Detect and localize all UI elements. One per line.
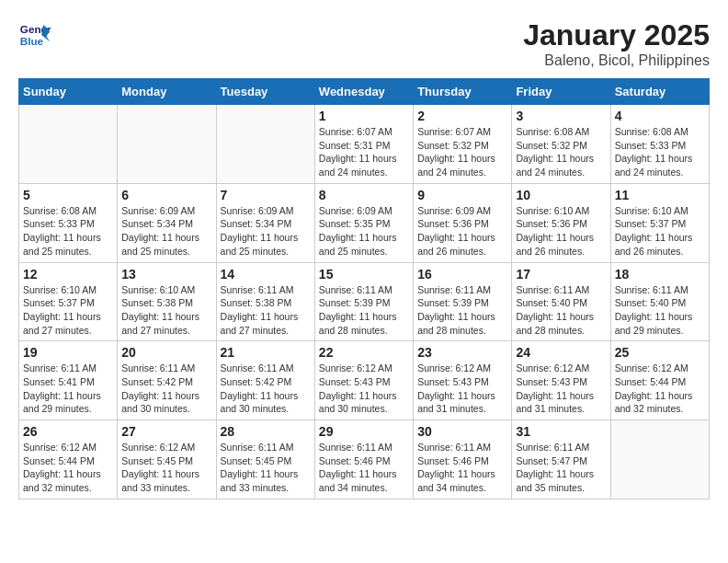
day-info: Sunrise: 6:09 AM Sunset: 5:36 PM Dayligh… xyxy=(417,204,507,259)
day-number: 31 xyxy=(516,424,606,439)
calendar-cell: 18Sunrise: 6:11 AM Sunset: 5:40 PM Dayli… xyxy=(610,262,709,341)
day-info: Sunrise: 6:10 AM Sunset: 5:36 PM Dayligh… xyxy=(516,204,606,259)
calendar-cell: 27Sunrise: 6:12 AM Sunset: 5:45 PM Dayli… xyxy=(118,420,216,500)
calendar-cell: 30Sunrise: 6:11 AM Sunset: 5:46 PM Dayli… xyxy=(414,420,512,500)
calendar-week-row: 12Sunrise: 6:10 AM Sunset: 5:37 PM Dayli… xyxy=(19,262,710,341)
day-number: 6 xyxy=(121,188,211,202)
day-info: Sunrise: 6:11 AM Sunset: 5:40 PM Dayligh… xyxy=(516,283,606,338)
day-number: 8 xyxy=(319,188,409,202)
calendar-cell: 13Sunrise: 6:10 AM Sunset: 5:38 PM Dayli… xyxy=(118,262,216,341)
day-info: Sunrise: 6:09 AM Sunset: 5:34 PM Dayligh… xyxy=(121,204,211,259)
day-number: 22 xyxy=(319,345,409,360)
calendar-cell: 21Sunrise: 6:11 AM Sunset: 5:42 PM Dayli… xyxy=(216,341,314,420)
calendar-cell: 14Sunrise: 6:11 AM Sunset: 5:38 PM Dayli… xyxy=(216,262,314,341)
title-area: January 2025 Baleno, Bicol, Philippines xyxy=(523,18,710,69)
calendar-cell: 2Sunrise: 6:07 AM Sunset: 5:32 PM Daylig… xyxy=(414,105,512,184)
calendar-cell: 29Sunrise: 6:11 AM Sunset: 5:46 PM Dayli… xyxy=(314,420,413,500)
day-number: 27 xyxy=(121,424,211,439)
calendar-cell: 24Sunrise: 6:12 AM Sunset: 5:43 PM Dayli… xyxy=(512,341,610,420)
calendar-cell: 8Sunrise: 6:09 AM Sunset: 5:35 PM Daylig… xyxy=(314,183,413,262)
day-number: 15 xyxy=(319,267,409,282)
day-info: Sunrise: 6:11 AM Sunset: 5:46 PM Dayligh… xyxy=(319,441,409,495)
calendar-cell: 6Sunrise: 6:09 AM Sunset: 5:34 PM Daylig… xyxy=(118,183,216,262)
calendar-week-row: 5Sunrise: 6:08 AM Sunset: 5:33 PM Daylig… xyxy=(19,183,710,262)
weekday-header: Thursday xyxy=(414,79,512,105)
calendar-cell: 12Sunrise: 6:10 AM Sunset: 5:37 PM Dayli… xyxy=(19,262,118,341)
day-info: Sunrise: 6:08 AM Sunset: 5:33 PM Dayligh… xyxy=(23,204,113,259)
calendar-cell: 17Sunrise: 6:11 AM Sunset: 5:40 PM Dayli… xyxy=(512,262,610,341)
calendar-cell xyxy=(610,420,709,500)
calendar-cell: 20Sunrise: 6:11 AM Sunset: 5:42 PM Dayli… xyxy=(118,341,216,420)
calendar-cell xyxy=(19,105,118,184)
day-number: 13 xyxy=(121,267,211,282)
calendar-cell: 19Sunrise: 6:11 AM Sunset: 5:41 PM Dayli… xyxy=(19,341,118,420)
page-title: January 2025 xyxy=(523,18,710,52)
day-info: Sunrise: 6:12 AM Sunset: 5:43 PM Dayligh… xyxy=(417,362,507,416)
day-info: Sunrise: 6:11 AM Sunset: 5:45 PM Dayligh… xyxy=(221,441,311,495)
day-number: 3 xyxy=(516,109,606,123)
day-number: 14 xyxy=(221,267,311,282)
day-number: 18 xyxy=(615,267,705,282)
day-number: 1 xyxy=(319,109,409,123)
day-number: 7 xyxy=(221,188,311,202)
svg-text:Blue: Blue xyxy=(20,35,44,47)
day-info: Sunrise: 6:11 AM Sunset: 5:39 PM Dayligh… xyxy=(417,283,507,338)
weekday-header: Sunday xyxy=(19,79,118,105)
day-number: 11 xyxy=(615,188,705,202)
calendar-cell: 11Sunrise: 6:10 AM Sunset: 5:37 PM Dayli… xyxy=(610,183,709,262)
day-info: Sunrise: 6:11 AM Sunset: 5:46 PM Dayligh… xyxy=(417,441,507,495)
weekday-header: Friday xyxy=(512,79,610,105)
calendar-cell xyxy=(118,105,216,184)
day-number: 19 xyxy=(23,345,113,360)
day-number: 23 xyxy=(417,345,507,360)
calendar-cell: 10Sunrise: 6:10 AM Sunset: 5:36 PM Dayli… xyxy=(512,183,610,262)
page-header: General Blue January 2025 Baleno, Bicol,… xyxy=(18,18,710,69)
weekday-header: Saturday xyxy=(610,79,709,105)
logo: General Blue xyxy=(18,18,51,52)
page-subtitle: Baleno, Bicol, Philippines xyxy=(523,52,710,69)
day-info: Sunrise: 6:11 AM Sunset: 5:38 PM Dayligh… xyxy=(221,283,311,338)
weekday-header: Wednesday xyxy=(314,79,413,105)
calendar-cell: 31Sunrise: 6:11 AM Sunset: 5:47 PM Dayli… xyxy=(512,420,610,500)
calendar-cell: 7Sunrise: 6:09 AM Sunset: 5:34 PM Daylig… xyxy=(216,183,314,262)
calendar-cell: 5Sunrise: 6:08 AM Sunset: 5:33 PM Daylig… xyxy=(19,183,118,262)
day-number: 25 xyxy=(615,345,705,360)
day-info: Sunrise: 6:11 AM Sunset: 5:41 PM Dayligh… xyxy=(23,362,113,416)
day-number: 4 xyxy=(615,109,705,123)
day-number: 29 xyxy=(319,424,409,439)
day-info: Sunrise: 6:07 AM Sunset: 5:31 PM Dayligh… xyxy=(319,125,409,179)
day-info: Sunrise: 6:12 AM Sunset: 5:45 PM Dayligh… xyxy=(121,441,211,495)
day-number: 5 xyxy=(23,188,113,202)
day-info: Sunrise: 6:08 AM Sunset: 5:33 PM Dayligh… xyxy=(615,125,705,179)
day-number: 2 xyxy=(417,109,507,123)
calendar-cell: 9Sunrise: 6:09 AM Sunset: 5:36 PM Daylig… xyxy=(414,183,512,262)
calendar-cell: 28Sunrise: 6:11 AM Sunset: 5:45 PM Dayli… xyxy=(216,420,314,500)
day-info: Sunrise: 6:11 AM Sunset: 5:39 PM Dayligh… xyxy=(319,283,409,338)
weekday-header-row: SundayMondayTuesdayWednesdayThursdayFrid… xyxy=(19,79,710,105)
calendar-cell: 4Sunrise: 6:08 AM Sunset: 5:33 PM Daylig… xyxy=(610,105,709,184)
day-info: Sunrise: 6:12 AM Sunset: 5:44 PM Dayligh… xyxy=(615,362,705,416)
day-number: 28 xyxy=(221,424,311,439)
day-info: Sunrise: 6:10 AM Sunset: 5:37 PM Dayligh… xyxy=(615,204,705,259)
calendar-week-row: 19Sunrise: 6:11 AM Sunset: 5:41 PM Dayli… xyxy=(19,341,710,420)
day-info: Sunrise: 6:10 AM Sunset: 5:38 PM Dayligh… xyxy=(121,283,211,338)
calendar-cell: 26Sunrise: 6:12 AM Sunset: 5:44 PM Dayli… xyxy=(19,420,118,500)
calendar-cell: 23Sunrise: 6:12 AM Sunset: 5:43 PM Dayli… xyxy=(414,341,512,420)
calendar-cell: 15Sunrise: 6:11 AM Sunset: 5:39 PM Dayli… xyxy=(314,262,413,341)
day-info: Sunrise: 6:11 AM Sunset: 5:47 PM Dayligh… xyxy=(516,441,606,495)
day-number: 9 xyxy=(417,188,507,202)
calendar-cell xyxy=(216,105,314,184)
day-number: 20 xyxy=(121,345,211,360)
day-info: Sunrise: 6:11 AM Sunset: 5:42 PM Dayligh… xyxy=(221,362,311,416)
day-number: 17 xyxy=(516,267,606,282)
calendar-cell: 16Sunrise: 6:11 AM Sunset: 5:39 PM Dayli… xyxy=(414,262,512,341)
calendar-cell: 25Sunrise: 6:12 AM Sunset: 5:44 PM Dayli… xyxy=(610,341,709,420)
day-info: Sunrise: 6:11 AM Sunset: 5:40 PM Dayligh… xyxy=(615,283,705,338)
calendar-week-row: 1Sunrise: 6:07 AM Sunset: 5:31 PM Daylig… xyxy=(19,105,710,184)
weekday-header: Monday xyxy=(118,79,216,105)
day-number: 16 xyxy=(417,267,507,282)
day-info: Sunrise: 6:12 AM Sunset: 5:44 PM Dayligh… xyxy=(23,441,113,495)
day-info: Sunrise: 6:10 AM Sunset: 5:37 PM Dayligh… xyxy=(23,283,113,338)
day-number: 26 xyxy=(23,424,113,439)
day-info: Sunrise: 6:09 AM Sunset: 5:35 PM Dayligh… xyxy=(319,204,409,259)
